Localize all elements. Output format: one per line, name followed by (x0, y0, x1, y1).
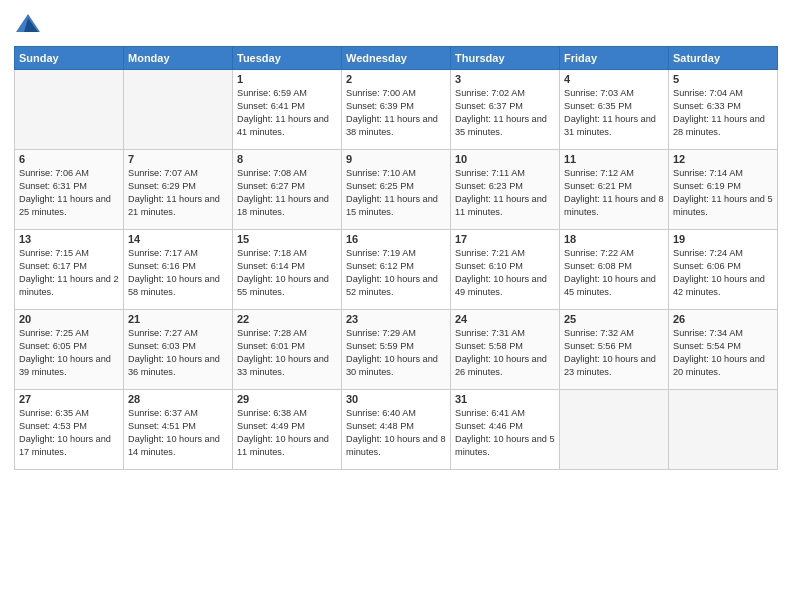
day-number: 10 (455, 153, 555, 165)
day-cell: 19Sunrise: 7:24 AMSunset: 6:06 PMDayligh… (669, 230, 778, 310)
logo (14, 10, 46, 38)
logo-icon (14, 10, 42, 38)
day-cell: 17Sunrise: 7:21 AMSunset: 6:10 PMDayligh… (451, 230, 560, 310)
day-number: 25 (564, 313, 664, 325)
day-number: 8 (237, 153, 337, 165)
day-info: Sunrise: 7:25 AMSunset: 6:05 PMDaylight:… (19, 327, 119, 379)
day-info: Sunrise: 7:08 AMSunset: 6:27 PMDaylight:… (237, 167, 337, 219)
day-number: 9 (346, 153, 446, 165)
day-number: 16 (346, 233, 446, 245)
day-info: Sunrise: 6:40 AMSunset: 4:48 PMDaylight:… (346, 407, 446, 459)
day-cell: 22Sunrise: 7:28 AMSunset: 6:01 PMDayligh… (233, 310, 342, 390)
header-tuesday: Tuesday (233, 47, 342, 70)
day-info: Sunrise: 7:12 AMSunset: 6:21 PMDaylight:… (564, 167, 664, 219)
day-info: Sunrise: 6:38 AMSunset: 4:49 PMDaylight:… (237, 407, 337, 459)
day-info: Sunrise: 6:35 AMSunset: 4:53 PMDaylight:… (19, 407, 119, 459)
day-info: Sunrise: 7:34 AMSunset: 5:54 PMDaylight:… (673, 327, 773, 379)
day-cell: 20Sunrise: 7:25 AMSunset: 6:05 PMDayligh… (15, 310, 124, 390)
day-cell: 8Sunrise: 7:08 AMSunset: 6:27 PMDaylight… (233, 150, 342, 230)
day-info: Sunrise: 7:29 AMSunset: 5:59 PMDaylight:… (346, 327, 446, 379)
day-cell: 4Sunrise: 7:03 AMSunset: 6:35 PMDaylight… (560, 70, 669, 150)
day-info: Sunrise: 7:24 AMSunset: 6:06 PMDaylight:… (673, 247, 773, 299)
day-number: 15 (237, 233, 337, 245)
day-cell: 12Sunrise: 7:14 AMSunset: 6:19 PMDayligh… (669, 150, 778, 230)
day-number: 19 (673, 233, 773, 245)
day-info: Sunrise: 7:17 AMSunset: 6:16 PMDaylight:… (128, 247, 228, 299)
header-sunday: Sunday (15, 47, 124, 70)
day-number: 24 (455, 313, 555, 325)
header-saturday: Saturday (669, 47, 778, 70)
day-cell: 6Sunrise: 7:06 AMSunset: 6:31 PMDaylight… (15, 150, 124, 230)
day-info: Sunrise: 7:10 AMSunset: 6:25 PMDaylight:… (346, 167, 446, 219)
day-cell: 21Sunrise: 7:27 AMSunset: 6:03 PMDayligh… (124, 310, 233, 390)
day-number: 31 (455, 393, 555, 405)
day-cell: 29Sunrise: 6:38 AMSunset: 4:49 PMDayligh… (233, 390, 342, 470)
day-number: 22 (237, 313, 337, 325)
day-number: 12 (673, 153, 773, 165)
week-row-3: 13Sunrise: 7:15 AMSunset: 6:17 PMDayligh… (15, 230, 778, 310)
day-number: 3 (455, 73, 555, 85)
day-cell (669, 390, 778, 470)
day-cell (15, 70, 124, 150)
day-info: Sunrise: 7:02 AMSunset: 6:37 PMDaylight:… (455, 87, 555, 139)
day-number: 23 (346, 313, 446, 325)
day-cell: 25Sunrise: 7:32 AMSunset: 5:56 PMDayligh… (560, 310, 669, 390)
day-number: 18 (564, 233, 664, 245)
day-info: Sunrise: 7:07 AMSunset: 6:29 PMDaylight:… (128, 167, 228, 219)
day-info: Sunrise: 7:31 AMSunset: 5:58 PMDaylight:… (455, 327, 555, 379)
header-thursday: Thursday (451, 47, 560, 70)
day-cell (560, 390, 669, 470)
day-number: 6 (19, 153, 119, 165)
day-number: 27 (19, 393, 119, 405)
day-cell: 24Sunrise: 7:31 AMSunset: 5:58 PMDayligh… (451, 310, 560, 390)
day-cell: 10Sunrise: 7:11 AMSunset: 6:23 PMDayligh… (451, 150, 560, 230)
day-number: 7 (128, 153, 228, 165)
day-info: Sunrise: 7:14 AMSunset: 6:19 PMDaylight:… (673, 167, 773, 219)
day-cell: 13Sunrise: 7:15 AMSunset: 6:17 PMDayligh… (15, 230, 124, 310)
day-cell: 23Sunrise: 7:29 AMSunset: 5:59 PMDayligh… (342, 310, 451, 390)
day-number: 4 (564, 73, 664, 85)
day-number: 17 (455, 233, 555, 245)
day-info: Sunrise: 7:00 AMSunset: 6:39 PMDaylight:… (346, 87, 446, 139)
day-cell: 3Sunrise: 7:02 AMSunset: 6:37 PMDaylight… (451, 70, 560, 150)
day-number: 29 (237, 393, 337, 405)
header (14, 10, 778, 38)
day-number: 2 (346, 73, 446, 85)
day-number: 26 (673, 313, 773, 325)
day-cell: 2Sunrise: 7:00 AMSunset: 6:39 PMDaylight… (342, 70, 451, 150)
day-cell: 30Sunrise: 6:40 AMSunset: 4:48 PMDayligh… (342, 390, 451, 470)
calendar-table: SundayMondayTuesdayWednesdayThursdayFrid… (14, 46, 778, 470)
day-number: 30 (346, 393, 446, 405)
day-cell: 26Sunrise: 7:34 AMSunset: 5:54 PMDayligh… (669, 310, 778, 390)
day-cell: 9Sunrise: 7:10 AMSunset: 6:25 PMDaylight… (342, 150, 451, 230)
day-cell: 27Sunrise: 6:35 AMSunset: 4:53 PMDayligh… (15, 390, 124, 470)
header-friday: Friday (560, 47, 669, 70)
day-cell: 5Sunrise: 7:04 AMSunset: 6:33 PMDaylight… (669, 70, 778, 150)
day-cell: 7Sunrise: 7:07 AMSunset: 6:29 PMDaylight… (124, 150, 233, 230)
day-info: Sunrise: 7:15 AMSunset: 6:17 PMDaylight:… (19, 247, 119, 299)
day-number: 28 (128, 393, 228, 405)
day-number: 20 (19, 313, 119, 325)
header-row: SundayMondayTuesdayWednesdayThursdayFrid… (15, 47, 778, 70)
day-info: Sunrise: 7:21 AMSunset: 6:10 PMDaylight:… (455, 247, 555, 299)
day-cell: 28Sunrise: 6:37 AMSunset: 4:51 PMDayligh… (124, 390, 233, 470)
day-cell (124, 70, 233, 150)
calendar-page: SundayMondayTuesdayWednesdayThursdayFrid… (0, 0, 792, 612)
day-info: Sunrise: 6:41 AMSunset: 4:46 PMDaylight:… (455, 407, 555, 459)
day-info: Sunrise: 7:06 AMSunset: 6:31 PMDaylight:… (19, 167, 119, 219)
day-info: Sunrise: 7:18 AMSunset: 6:14 PMDaylight:… (237, 247, 337, 299)
day-info: Sunrise: 7:28 AMSunset: 6:01 PMDaylight:… (237, 327, 337, 379)
day-cell: 15Sunrise: 7:18 AMSunset: 6:14 PMDayligh… (233, 230, 342, 310)
week-row-1: 1Sunrise: 6:59 AMSunset: 6:41 PMDaylight… (15, 70, 778, 150)
week-row-5: 27Sunrise: 6:35 AMSunset: 4:53 PMDayligh… (15, 390, 778, 470)
day-cell: 11Sunrise: 7:12 AMSunset: 6:21 PMDayligh… (560, 150, 669, 230)
week-row-4: 20Sunrise: 7:25 AMSunset: 6:05 PMDayligh… (15, 310, 778, 390)
day-number: 21 (128, 313, 228, 325)
day-info: Sunrise: 6:37 AMSunset: 4:51 PMDaylight:… (128, 407, 228, 459)
day-number: 5 (673, 73, 773, 85)
day-info: Sunrise: 7:11 AMSunset: 6:23 PMDaylight:… (455, 167, 555, 219)
day-number: 13 (19, 233, 119, 245)
week-row-2: 6Sunrise: 7:06 AMSunset: 6:31 PMDaylight… (15, 150, 778, 230)
day-info: Sunrise: 7:03 AMSunset: 6:35 PMDaylight:… (564, 87, 664, 139)
day-cell: 16Sunrise: 7:19 AMSunset: 6:12 PMDayligh… (342, 230, 451, 310)
